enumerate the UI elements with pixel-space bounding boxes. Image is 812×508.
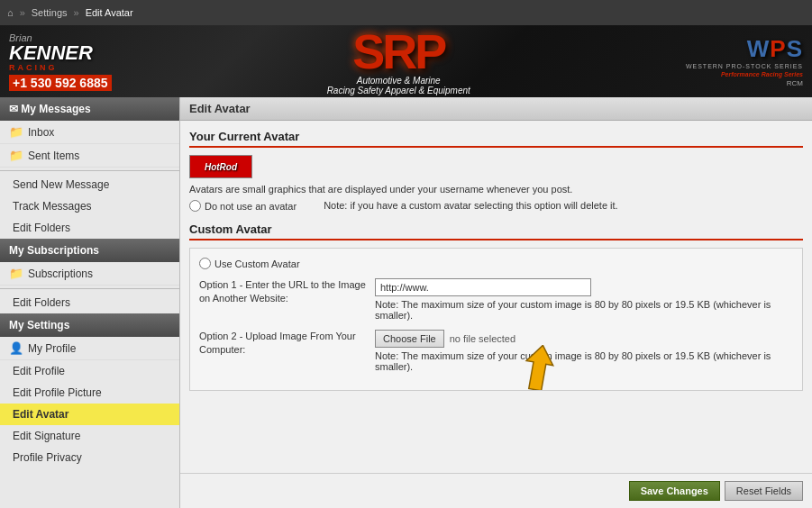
kenner-name: KENNER	[9, 43, 93, 63]
choose-file-button[interactable]: Choose File	[375, 330, 444, 348]
sidebar-item-my-profile[interactable]: 👤 My Profile	[0, 337, 179, 360]
sidebar-item-profile-privacy[interactable]: Profile Privacy	[0, 447, 179, 468]
file-input-area: Choose File no file selected	[375, 330, 793, 348]
option1-row: Option 1 - Enter the URL to the Image on…	[199, 278, 793, 321]
sent-folder-icon: 📁	[9, 149, 23, 162]
option2-note: Note: The maximum size of your custom im…	[375, 350, 793, 372]
racing-text: RACING	[9, 63, 93, 72]
inbox-folder-icon: 📁	[9, 125, 23, 139]
settings-link[interactable]: Settings	[32, 7, 68, 18]
use-custom-header: Use Custom Avatar	[199, 258, 793, 269]
option2-row: Option 2 - Upload Image From Your Comput…	[199, 330, 793, 372]
home-icon[interactable]: ⌂	[7, 7, 14, 18]
sidebar-item-subscriptions[interactable]: 📁 Subscriptions	[0, 262, 179, 286]
sidebar-item-sent[interactable]: 📁 Sent Items	[0, 144, 179, 168]
wps-tagline: Performance Racing Series	[721, 71, 803, 77]
option2-label: Option 2 - Upload Image From Your Comput…	[199, 330, 366, 372]
settings-header: My Settings	[0, 313, 179, 337]
custom-avatar-box: Use Custom Avatar Option 1 - Enter the U…	[189, 248, 803, 391]
breadcrumb-sep2: »	[74, 7, 79, 18]
avatar-options-row: Do not use an avatar Note: if you have a…	[189, 200, 803, 212]
footer-buttons: Save Changes Reset Fields	[180, 473, 812, 508]
safety-text: Racing Safety Apparel & Equipment	[327, 86, 470, 95]
settings-section: My Settings 👤 My Profile Edit Profile Ed…	[0, 313, 179, 468]
wps-logo: WPS	[747, 35, 803, 63]
content-main: Your Current Avatar HotRod Avatars are s…	[180, 121, 812, 473]
current-avatar-box: HotRod Avatars are small graphics that a…	[189, 155, 803, 212]
no-file-text: no file selected	[450, 333, 515, 344]
messages-header: ✉ My Messages	[0, 97, 179, 121]
sidebar-item-edit-avatar[interactable]: Edit Avatar	[0, 404, 179, 425]
automotive-text: Automotive & Marine	[327, 76, 470, 86]
subscriptions-section: My Subscriptions 📁 Subscriptions Edit Fo…	[0, 239, 179, 313]
profile-icon: 👤	[9, 341, 23, 355]
avatar-delete-note: Note: if you have a custom avatar select…	[324, 200, 803, 211]
save-changes-button[interactable]: Save Changes	[629, 481, 720, 501]
subscriptions-header: My Subscriptions	[0, 239, 179, 262]
content-header: Edit Avatar	[180, 97, 812, 121]
use-custom-radio[interactable]	[199, 258, 211, 269]
url-input[interactable]	[375, 278, 591, 296]
option1-note: Note: The maximum size of your custom im…	[375, 299, 793, 321]
srp-logo: SRP	[327, 27, 470, 76]
breadcrumb-sep1: »	[20, 7, 25, 18]
do-not-use-radio[interactable]	[189, 200, 201, 212]
custom-avatar-title: Custom Avatar	[189, 222, 803, 240]
sidebar-item-inbox[interactable]: 📁 Inbox	[0, 121, 179, 144]
avatar-description: Avatars are small graphics that are disp…	[189, 184, 803, 195]
topbar: ⌂ » Settings » Edit Avatar	[0, 0, 812, 25]
option2-input-area: Choose File no file selected	[375, 330, 793, 372]
option1-label: Option 1 - Enter the URL to the Image on…	[199, 278, 366, 321]
current-avatar-title: Your Current Avatar	[189, 130, 803, 148]
sidebar-item-edit-folders-subs[interactable]: Edit Folders	[0, 292, 179, 313]
do-not-use-label[interactable]: Do not use an avatar	[189, 200, 297, 212]
sidebar-item-edit-signature[interactable]: Edit Signature	[0, 425, 179, 447]
sidebar-item-edit-profile-picture[interactable]: Edit Profile Picture	[0, 382, 179, 404]
messages-header-icon: ✉	[9, 103, 18, 115]
breadcrumb-current: Edit Avatar	[86, 7, 133, 18]
use-custom-label[interactable]: Use Custom Avatar	[199, 258, 300, 269]
messages-section: ✉ My Messages 📁 Inbox 📁 Sent Items Send …	[0, 97, 179, 239]
main-layout: ✉ My Messages 📁 Inbox 📁 Sent Items Send …	[0, 97, 812, 508]
sidebar-item-edit-profile[interactable]: Edit Profile	[0, 360, 179, 382]
banner: Brian KENNER RACING +1 530 592 6885 SRP …	[0, 25, 812, 97]
avatar-image: HotRod	[189, 155, 252, 178]
sidebar-item-send-new[interactable]: Send New Message	[0, 174, 179, 195]
option1-input-area: Note: The maximum size of your custom im…	[375, 278, 793, 321]
sidebar: ✉ My Messages 📁 Inbox 📁 Sent Items Send …	[0, 97, 180, 508]
wps-subtitle: WESTERN PRO-STOCK SERIES	[686, 63, 803, 69]
content-area: Edit Avatar Your Current Avatar HotRod A…	[180, 97, 812, 508]
sidebar-item-track[interactable]: Track Messages	[0, 195, 179, 217]
reset-fields-button[interactable]: Reset Fields	[725, 481, 803, 501]
svg-marker-0	[522, 345, 556, 390]
subscriptions-folder-icon: 📁	[9, 267, 23, 280]
banner-phone: +1 530 592 6885	[9, 75, 112, 91]
rcm-badge: RCM	[787, 79, 803, 87]
sidebar-item-edit-folders-messages[interactable]: Edit Folders	[0, 217, 179, 239]
